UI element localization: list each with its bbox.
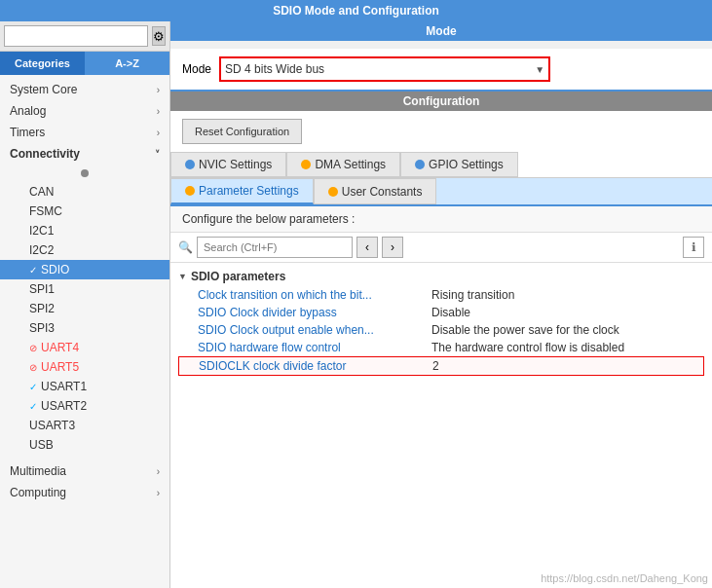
tab-gpio-settings[interactable]: GPIO Settings xyxy=(400,152,518,177)
blue-icon xyxy=(415,160,425,169)
config-tabs-row2: Parameter Settings User Constants xyxy=(170,178,712,206)
check-icon: ✓ xyxy=(29,382,37,392)
sidebar: ⚙ Categories A->Z System Core › Analog ›… xyxy=(0,21,170,588)
mode-label: Mode xyxy=(182,62,211,76)
search-input[interactable] xyxy=(4,25,148,47)
chevron-right-icon: › xyxy=(157,466,160,477)
orange-icon xyxy=(328,187,338,197)
label: UART4 xyxy=(41,341,79,354)
tab-dma-settings[interactable]: DMA Settings xyxy=(286,152,400,177)
sidebar-item-analog[interactable]: Analog › xyxy=(0,100,169,122)
tab-categories[interactable]: Categories xyxy=(0,52,85,75)
collapse-indicator xyxy=(0,165,169,182)
chevron-down-icon: ˅ xyxy=(155,149,160,160)
params-search-bar: 🔍 ‹ › ℹ xyxy=(170,233,712,263)
content-area: Mode Mode Disable SD 1 bit SD 4 bits Wid… xyxy=(170,21,712,588)
orange-icon xyxy=(301,160,311,169)
param-row-3: SDIO hardware flow control The hardware … xyxy=(178,339,704,356)
sidebar-item-usb[interactable]: USB xyxy=(0,435,169,455)
check-icon: ✓ xyxy=(29,265,37,276)
prev-search-button[interactable]: ‹ xyxy=(356,237,378,258)
tab-nvic-settings[interactable]: NVIC Settings xyxy=(170,152,286,177)
label: CAN xyxy=(29,185,54,199)
label: I2C2 xyxy=(29,243,54,257)
label: USART2 xyxy=(41,399,87,413)
tab-parameter-settings[interactable]: Parameter Settings xyxy=(170,178,314,204)
sidebar-item-system-core[interactable]: System Core › xyxy=(0,79,169,100)
label: SPI3 xyxy=(29,321,55,335)
search-bar: ⚙ xyxy=(0,21,169,52)
check-icon: ✓ xyxy=(29,401,37,412)
error-icon: ⊘ xyxy=(29,343,37,353)
chevron-right-icon: › xyxy=(157,106,160,117)
sidebar-item-can[interactable]: CAN xyxy=(0,182,169,202)
chevron-right-icon: › xyxy=(157,85,160,95)
sidebar-item-computing[interactable]: Computing › xyxy=(0,482,169,503)
sidebar-navigation: System Core › Analog › Timers › Connecti… xyxy=(0,75,169,588)
reset-bar: Reset Configuration xyxy=(170,111,712,152)
label: I2C1 xyxy=(29,224,54,238)
param-row-4: SDIOCLK clock divide factor 2 xyxy=(178,356,704,376)
mode-section: Mode Mode Disable SD 1 bit SD 4 bits Wid… xyxy=(170,21,712,92)
triangle-icon: ▼ xyxy=(178,272,187,281)
param-row-2: SDIO Clock output enable when... Disable… xyxy=(178,321,704,339)
params-tree: ▼ SDIO parameters Clock transition on wh… xyxy=(170,263,712,588)
sidebar-item-spi1[interactable]: SPI1 xyxy=(0,279,169,299)
params-header: Configure the below parameters : xyxy=(170,206,712,233)
param-row-1: SDIO Clock divider bypass Disable xyxy=(178,304,704,321)
window-title: SDIO Mode and Configuration xyxy=(273,4,439,18)
label: SPI2 xyxy=(29,302,55,315)
mode-body: Mode Disable SD 1 bit SD 4 bits Wide bus… xyxy=(170,49,712,92)
sidebar-item-usart2[interactable]: ✓ USART2 xyxy=(0,396,169,416)
expand-dot-icon xyxy=(81,169,89,177)
sidebar-item-spi3[interactable]: SPI3 xyxy=(0,318,169,338)
mode-header: Mode xyxy=(170,21,712,41)
top-bar: SDIO Mode and Configuration xyxy=(0,0,712,21)
tab-atoz[interactable]: A->Z xyxy=(85,52,169,75)
next-search-button[interactable]: › xyxy=(382,237,403,258)
params-search-input[interactable] xyxy=(197,237,353,258)
mode-select-container: Disable SD 1 bit SD 4 bits Wide bus MMC … xyxy=(219,56,550,82)
config-tabs-row: NVIC Settings DMA Settings GPIO Settings xyxy=(170,152,712,178)
mode-dropdown[interactable]: Disable SD 1 bit SD 4 bits Wide bus MMC … xyxy=(219,56,550,82)
tab-user-constants[interactable]: User Constants xyxy=(314,178,437,204)
sidebar-item-i2c2[interactable]: I2C2 xyxy=(0,240,169,260)
config-header: Configuration xyxy=(170,92,712,111)
label: USB xyxy=(29,438,54,452)
mode-select-row: Mode Disable SD 1 bit SD 4 bits Wide bus… xyxy=(182,56,700,82)
sidebar-item-uart5[interactable]: ⊘ UART5 xyxy=(0,357,169,377)
connectivity-sub-items: CAN FSMC I2C1 I2C2 ✓ SDIO SPI1 xyxy=(0,182,169,455)
label: SPI1 xyxy=(29,282,55,296)
sidebar-item-sdio[interactable]: ✓ SDIO xyxy=(0,260,169,279)
blue-icon xyxy=(185,160,195,169)
label: FSMC xyxy=(29,204,62,218)
sidebar-item-uart4[interactable]: ⊘ UART4 xyxy=(0,338,169,357)
info-button[interactable]: ℹ xyxy=(683,237,704,258)
category-tab-bar: Categories A->Z xyxy=(0,52,169,75)
sidebar-item-connectivity[interactable]: Connectivity ˅ xyxy=(0,143,169,165)
sidebar-item-i2c1[interactable]: I2C1 xyxy=(0,221,169,240)
main-content: Mode Mode Disable SD 1 bit SD 4 bits Wid… xyxy=(170,21,712,588)
label: UART5 xyxy=(41,360,79,374)
param-row-0: Clock transition on which the bit... Ris… xyxy=(178,286,704,304)
error-icon: ⊘ xyxy=(29,362,37,373)
sidebar-item-spi2[interactable]: SPI2 xyxy=(0,299,169,318)
config-section: Configuration Reset Configuration NVIC S… xyxy=(170,92,712,588)
chevron-right-icon: › xyxy=(157,488,160,498)
chevron-right-icon: › xyxy=(157,128,160,138)
search-params-icon: 🔍 xyxy=(178,240,193,254)
label: SDIO xyxy=(41,263,69,276)
reset-config-button[interactable]: Reset Configuration xyxy=(182,119,302,144)
gear-button[interactable]: ⚙ xyxy=(152,26,166,46)
sidebar-item-fsmc[interactable]: FSMC xyxy=(0,202,169,221)
sidebar-item-usart1[interactable]: ✓ USART1 xyxy=(0,377,169,396)
sidebar-item-multimedia[interactable]: Multimedia › xyxy=(0,460,169,482)
orange-icon xyxy=(185,186,195,196)
sidebar-item-timers[interactable]: Timers › xyxy=(0,122,169,143)
label: USART3 xyxy=(29,419,75,432)
sidebar-item-usart3[interactable]: USART3 xyxy=(0,416,169,435)
label: USART1 xyxy=(41,380,87,393)
tree-section-sdio[interactable]: ▼ SDIO parameters xyxy=(178,267,704,286)
